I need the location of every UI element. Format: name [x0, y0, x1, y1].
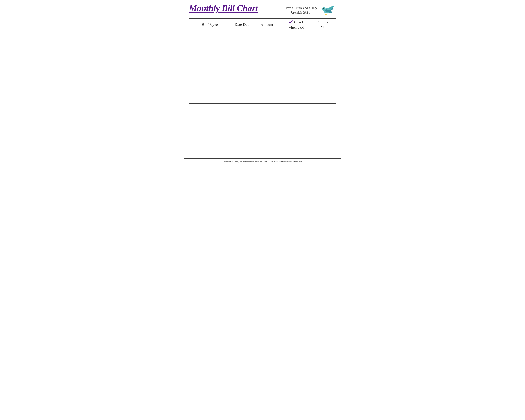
table-cell[interactable]: [189, 103, 230, 112]
table-cell[interactable]: [280, 67, 312, 76]
header-right: I Have a Future and a Hope Jeremiah 29:1…: [283, 3, 336, 16]
check-label-bottom: when paid: [288, 25, 304, 29]
table-cell[interactable]: [280, 31, 312, 40]
table-row: [189, 149, 336, 158]
table-cell[interactable]: [189, 85, 230, 94]
table-cell[interactable]: [312, 40, 336, 49]
table-cell[interactable]: [189, 112, 230, 122]
svg-marker-2: [321, 8, 322, 9]
table-cell[interactable]: [230, 58, 254, 67]
table-cell[interactable]: [280, 76, 312, 85]
table-body: [189, 31, 336, 158]
table-cell[interactable]: [312, 67, 336, 76]
col-header-check: ✓ Check when paid: [280, 18, 312, 31]
table-cell[interactable]: [280, 103, 312, 112]
table-cell[interactable]: [189, 131, 230, 140]
table-cell[interactable]: [230, 103, 254, 112]
footer: Personal use only, do not redistribute i…: [184, 158, 341, 165]
table-cell[interactable]: [312, 49, 336, 58]
table-cell[interactable]: [254, 40, 280, 49]
table-cell[interactable]: [230, 122, 254, 131]
table-row: [189, 140, 336, 149]
table-cell[interactable]: [312, 112, 336, 122]
table-cell[interactable]: [280, 49, 312, 58]
table-cell[interactable]: [280, 94, 312, 103]
table-cell[interactable]: [254, 49, 280, 58]
table-cell[interactable]: [189, 76, 230, 85]
table-cell[interactable]: [189, 94, 230, 103]
table-cell[interactable]: [189, 40, 230, 49]
table-cell[interactable]: [312, 58, 336, 67]
table-cell[interactable]: [280, 131, 312, 140]
table-cell[interactable]: [189, 49, 230, 58]
tagline-section: I Have a Future and a Hope Jeremiah 29:1…: [283, 4, 318, 15]
col-header-amount: Amount: [254, 18, 280, 31]
bird-icon: [320, 3, 336, 16]
table-cell[interactable]: [230, 149, 254, 158]
svg-point-3: [323, 8, 324, 9]
table-cell[interactable]: [312, 149, 336, 158]
table-row: [189, 67, 336, 76]
col-header-online: Online / Mail: [312, 18, 336, 31]
table-cell[interactable]: [280, 140, 312, 149]
bird-illustration: [320, 3, 336, 15]
table-cell[interactable]: [230, 31, 254, 40]
table-cell[interactable]: [189, 67, 230, 76]
table-cell[interactable]: [230, 67, 254, 76]
table-cell[interactable]: [280, 149, 312, 158]
table-row: [189, 31, 336, 40]
table-cell[interactable]: [189, 122, 230, 131]
check-label-top: Check: [294, 20, 304, 25]
table-row: [189, 58, 336, 67]
table-cell[interactable]: [312, 85, 336, 94]
table-cell[interactable]: [230, 140, 254, 149]
table-cell[interactable]: [189, 140, 230, 149]
table-cell[interactable]: [230, 94, 254, 103]
table-cell[interactable]: [312, 140, 336, 149]
check-header-content: ✓ Check when paid: [282, 19, 310, 29]
table-cell[interactable]: [254, 140, 280, 149]
table-cell[interactable]: [254, 122, 280, 131]
table-cell[interactable]: [230, 112, 254, 122]
table-cell[interactable]: [254, 76, 280, 85]
checkmark-icon: ✓: [289, 19, 293, 25]
table-cell[interactable]: [254, 85, 280, 94]
table-cell[interactable]: [280, 122, 312, 131]
table-row: [189, 112, 336, 122]
table-cell[interactable]: [312, 103, 336, 112]
table-cell[interactable]: [189, 149, 230, 158]
table-cell[interactable]: [280, 112, 312, 122]
table-cell[interactable]: [230, 85, 254, 94]
table-cell[interactable]: [312, 31, 336, 40]
table-cell[interactable]: [312, 122, 336, 131]
col-header-payee: Bill/Payee: [189, 18, 230, 31]
table-cell[interactable]: [189, 31, 230, 40]
table-cell[interactable]: [254, 58, 280, 67]
table-row: [189, 40, 336, 49]
table-cell[interactable]: [312, 94, 336, 103]
page-title: Monthly Bill Chart: [189, 3, 258, 13]
table-cell[interactable]: [230, 131, 254, 140]
table-row: [189, 122, 336, 131]
header: Monthly Bill Chart I Have a Future and a…: [184, 0, 341, 18]
tagline-line2: Jeremiah 29:11: [291, 10, 310, 15]
table-cell[interactable]: [254, 131, 280, 140]
table-cell[interactable]: [254, 31, 280, 40]
table-cell[interactable]: [254, 112, 280, 122]
table-cell[interactable]: [254, 94, 280, 103]
table-cell[interactable]: [230, 40, 254, 49]
table-cell[interactable]: [312, 76, 336, 85]
tagline-line1: I Have a Future and a Hope: [283, 6, 318, 10]
table-row: [189, 103, 336, 112]
table-cell[interactable]: [254, 149, 280, 158]
table-cell[interactable]: [312, 131, 336, 140]
table-cell[interactable]: [254, 103, 280, 112]
check-top-row: ✓ Check: [289, 19, 304, 25]
table-cell[interactable]: [280, 40, 312, 49]
table-cell[interactable]: [254, 67, 280, 76]
table-cell[interactable]: [189, 58, 230, 67]
table-cell[interactable]: [230, 49, 254, 58]
table-cell[interactable]: [230, 76, 254, 85]
table-cell[interactable]: [280, 58, 312, 67]
table-cell[interactable]: [280, 85, 312, 94]
